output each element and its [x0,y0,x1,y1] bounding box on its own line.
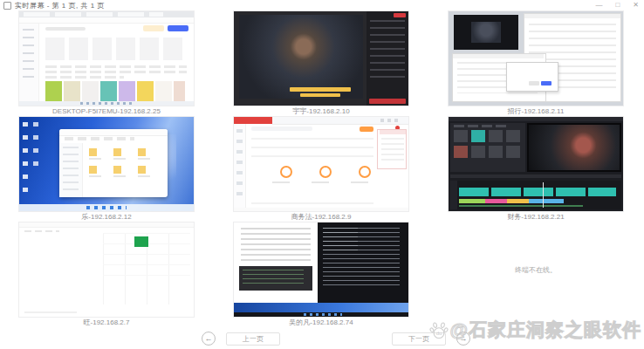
monitor-tile[interactable]: 商务法-192.168.2.9 [234,117,408,222]
screen-thumbnail [19,222,194,317]
tile-caption: 旺-192.168.2.7 [19,317,194,328]
tile-caption: 吴的凡-192.168.2.74 [234,317,408,328]
green-cell [134,236,148,247]
monitor-tile[interactable]: 乐-192.168.2.12 [19,117,194,222]
dialog-popup [506,62,558,92]
screen-thumbnail [234,11,408,106]
monitor-tile[interactable]: 财务-192.168.2.21 [449,117,623,222]
tile-caption: 乐-192.168.2.12 [19,211,194,222]
screen-thumbnail [234,222,408,317]
screen-thumbnail [19,117,194,211]
video-area [239,15,363,99]
tile-caption: 招行-192.168.2.11 [449,106,623,117]
prev-arrow-glyph: ← [205,335,213,343]
offline-placeholder: 终端不在线。 [449,222,623,317]
desktop-icons [23,122,28,201]
tile-caption: DESKTOP-F5I7EMU-192.168.2.25 [19,106,194,117]
prev-group: ← 上一页 [202,332,280,346]
tile-caption: 宇宇-192.168.2.10 [234,106,408,117]
screen-thumbnail [449,11,623,106]
tile-caption: 商务法-192.168.2.9 [234,211,408,222]
next-group: 下一页 → [392,332,470,346]
monitor-tile[interactable]: 吴的凡-192.168.2.74 [234,222,408,328]
monitor-tile[interactable]: 宇宇-192.168.2.10 [234,11,408,117]
minimize-button[interactable]: — [595,1,602,10]
pagination: ← 上一页 下一页 → [14,332,644,346]
screen-thumbnail [234,117,408,211]
window-title: 实时屏幕 - 第 1 页, 共 1 页 [15,1,105,10]
close-button[interactable]: ✕ [633,1,639,10]
window-controls: — □ ✕ [595,1,639,10]
next-arrow-icon[interactable]: → [456,332,470,346]
offline-status-text: 终端不在线。 [515,265,557,275]
app-icon [3,2,11,10]
next-page-button[interactable]: 下一页 [392,332,446,346]
monitor-grid: DESKTOP-F5I7EMU-192.168.2.25 宇宇-192.168.… [19,11,623,328]
playhead [543,182,544,208]
monitor-tile[interactable]: DESKTOP-F5I7EMU-192.168.2.25 [19,11,194,117]
monitor-tile[interactable]: 招行-192.168.2.11 [449,11,623,117]
prev-arrow-icon[interactable]: ← [202,332,216,346]
maximize-button[interactable]: □ [615,1,620,10]
tile-caption: 财务-192.168.2.21 [449,211,623,222]
monitor-tile[interactable]: 旺-192.168.2.7 [19,222,194,328]
monitor-tile-offline: 终端不在线。 [449,222,623,328]
next-arrow-glyph: → [460,335,468,343]
screen-thumbnail [449,117,623,211]
prev-page-button[interactable]: 上一页 [226,332,280,346]
titlebar: 实时屏幕 - 第 1 页, 共 1 页 — □ ✕ [0,0,644,11]
tile-caption [449,317,623,328]
screen-thumbnail [19,11,194,106]
